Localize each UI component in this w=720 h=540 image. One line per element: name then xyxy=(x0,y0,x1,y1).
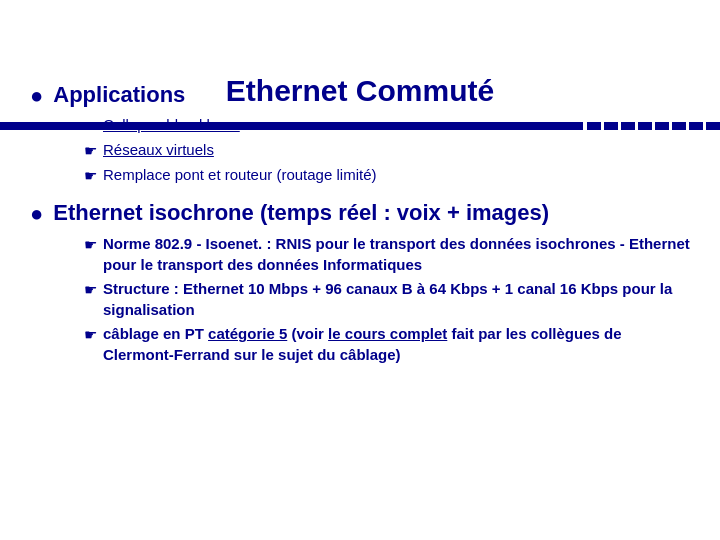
arrow-icon: ☛ xyxy=(84,324,97,345)
section-ethernet-header: ● Ethernet isochrone (temps réel : voix … xyxy=(30,200,690,226)
section-ethernet-items: ☛ Norme 802.9 - Isoenet. : RNIS pour le … xyxy=(30,233,690,365)
bullet-ethernet: ● xyxy=(30,202,43,226)
top-decorative-bar xyxy=(0,122,720,130)
list-item: ☛ Norme 802.9 - Isoenet. : RNIS pour le … xyxy=(84,233,690,275)
item-text: câblage en PT catégorie 5 (voir le cours… xyxy=(103,323,690,365)
item-text: Structure : Ethernet 10 Mbps + 96 canaux… xyxy=(103,278,690,320)
main-content: ● Applications ☛ Collapsed-backbone ☛ Ré… xyxy=(0,68,720,365)
top-dash-3 xyxy=(621,122,635,130)
item-text: Norme 802.9 - Isoenet. : RNIS pour le tr… xyxy=(103,233,690,275)
section-ethernet-title: Ethernet isochrone (temps réel : voix + … xyxy=(53,200,549,226)
page-title: Ethernet Commuté xyxy=(0,74,720,108)
list-item: ☛ Remplace pont et routeur (routage limi… xyxy=(84,164,690,186)
arrow-icon: ☛ xyxy=(84,234,97,255)
arrow-icon: ☛ xyxy=(84,140,97,161)
section-ethernet-isochrone: ● Ethernet isochrone (temps réel : voix … xyxy=(30,200,690,364)
top-dash-7 xyxy=(689,122,703,130)
top-dash-2 xyxy=(604,122,618,130)
list-item: ☛ Structure : Ethernet 10 Mbps + 96 cana… xyxy=(84,278,690,320)
list-item: ☛ câblage en PT catégorie 5 (voir le cou… xyxy=(84,323,690,365)
top-dash-4 xyxy=(638,122,652,130)
list-item: ☛ Réseaux virtuels xyxy=(84,139,690,161)
top-bar-solid xyxy=(0,122,583,130)
page: Ethernet Commuté ● Applications ☛ xyxy=(0,68,720,540)
top-dash-8 xyxy=(706,122,720,130)
categorie5-link[interactable]: catégorie 5 xyxy=(208,325,287,342)
cours-complet-link[interactable]: le cours complet xyxy=(328,325,447,342)
arrow-icon: ☛ xyxy=(84,279,97,300)
item-text: Remplace pont et routeur (routage limité… xyxy=(103,164,376,185)
top-dash-1 xyxy=(587,122,601,130)
reseaux-virtuels-link[interactable]: Réseaux virtuels xyxy=(103,141,214,158)
item-text: Réseaux virtuels xyxy=(103,139,214,160)
top-dash-5 xyxy=(655,122,669,130)
top-bar-dashes xyxy=(583,122,720,130)
arrow-icon: ☛ xyxy=(84,165,97,186)
top-dash-6 xyxy=(672,122,686,130)
